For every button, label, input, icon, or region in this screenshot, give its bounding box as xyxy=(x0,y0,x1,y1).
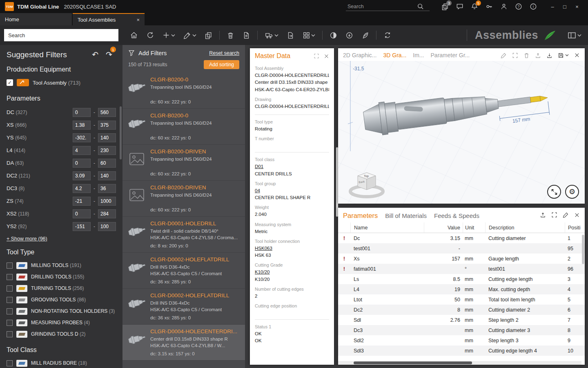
filter-checklist-row[interactable]: DRILLING TOOLS (155) xyxy=(7,271,116,283)
global-search-input[interactable] xyxy=(347,4,417,9)
parameter-table-row[interactable]: Ls8.5mmCutting edge length3 xyxy=(338,274,585,284)
machine-transfer-icon[interactable] xyxy=(261,29,283,42)
parameter-min-input[interactable] xyxy=(73,184,91,193)
parameter-table-row[interactable]: Sdl3mmCutting edge length 410 xyxy=(338,346,585,356)
add-filters-label[interactable]: Add Filters xyxy=(138,50,167,56)
checkbox-unchecked[interactable] xyxy=(7,274,13,280)
result-list-item[interactable]: CLGR-B0200-0Trepanning tool INS D60/D24d… xyxy=(122,109,245,145)
delete-graphic-icon[interactable] xyxy=(523,52,530,58)
parameter-table-row[interactable]: !Dc3.15mmCutting diameter1 xyxy=(338,233,585,243)
tab-bill-of-materials[interactable]: Bill of Materials xyxy=(385,212,427,219)
result-title[interactable]: CLGR-B0200-0 xyxy=(150,112,240,119)
add-sorting-button[interactable]: Add sorting xyxy=(204,60,239,69)
sidebar-scrollbar[interactable] xyxy=(120,106,122,159)
redo-icon[interactable]: ↷ 1 xyxy=(102,50,116,59)
parameter-table-row[interactable]: !fatima001°test00196 xyxy=(338,264,585,274)
checkbox-unchecked[interactable] xyxy=(7,331,13,337)
tab-3d-gra[interactable]: 3D Gra... xyxy=(383,52,406,58)
position-column-header[interactable]: Positi xyxy=(565,222,585,233)
info-icon[interactable]: i xyxy=(526,3,541,10)
result-title[interactable]: CLGR-B0200-DRIVEN xyxy=(150,148,240,155)
close-panel-icon[interactable] xyxy=(324,54,329,59)
tab-2d-graphic[interactable]: 2D Graphic... xyxy=(343,52,376,58)
scene-settings-button[interactable]: ⚙ xyxy=(565,185,579,199)
parameter-min-input[interactable] xyxy=(73,146,91,155)
parameter-min-input[interactable] xyxy=(73,108,91,117)
result-title[interactable]: CLGR-B0200-0 xyxy=(150,76,240,83)
duplicate-icon[interactable] xyxy=(200,29,216,42)
maximize-button[interactable]: □ xyxy=(559,4,571,10)
result-title[interactable]: CLGR-D0004-HOLECENTERDRI... xyxy=(150,328,240,334)
apps-grid-icon[interactable] xyxy=(298,29,319,42)
filter-checklist-row[interactable]: MILL RADIUS BORE (18) xyxy=(7,357,116,368)
undo-icon[interactable]: ↶ xyxy=(88,50,102,59)
save-graphic-icon[interactable] xyxy=(558,52,569,58)
quill-icon[interactable] xyxy=(357,29,373,42)
filter-search-box[interactable] xyxy=(4,29,118,41)
parameter-table-row[interactable]: test001-95 xyxy=(338,243,585,254)
user-icon[interactable] xyxy=(497,3,511,10)
tab-im[interactable]: Im... xyxy=(413,52,424,58)
tab-parameter-gr[interactable]: Parameter Gr... xyxy=(431,52,470,58)
parameter-max-input[interactable] xyxy=(98,184,116,193)
checkbox-unchecked[interactable] xyxy=(7,308,13,314)
value-column-header[interactable]: Value xyxy=(424,222,463,233)
parameter-max-input[interactable] xyxy=(98,108,116,117)
filter-checklist-row[interactable]: NON-ROTATING TOOL HOLDERS (3) xyxy=(7,305,116,317)
parameter-table-row[interactable]: !Xs157mmGauge length2 xyxy=(338,254,585,264)
parameter-max-input[interactable] xyxy=(98,222,116,231)
field-link[interactable]: D01 xyxy=(255,163,329,170)
parameter-max-input[interactable] xyxy=(98,159,116,168)
parameter-table-row[interactable]: Sdl2.76mmStep length 27 xyxy=(338,315,585,325)
parameter-min-input[interactable] xyxy=(73,197,91,206)
home-icon[interactable] xyxy=(126,29,142,42)
parameter-max-input[interactable] xyxy=(98,197,116,206)
parameter-min-input[interactable] xyxy=(73,121,91,130)
parameter-max-input[interactable] xyxy=(98,133,116,142)
result-list-item[interactable]: CLGR-B0200-0Trepanning tool INS D60/D24d… xyxy=(122,73,245,109)
close-details-icon[interactable] xyxy=(574,212,580,218)
export-icon[interactable] xyxy=(540,212,546,218)
document-icon[interactable] xyxy=(238,29,254,42)
unit-column-header[interactable]: Unit xyxy=(463,222,485,233)
help-icon[interactable]: ? xyxy=(511,3,526,10)
result-list-item[interactable]: CLGR-D0001-HOLEDRILLTwist drill - solid … xyxy=(122,217,245,253)
tab-feeds-speeds[interactable]: Feeds & Speeds xyxy=(434,212,479,219)
filter-checklist-row[interactable]: GRINDING TOOLS D (2) xyxy=(7,328,116,340)
result-title[interactable]: CLGR-D0002-HOLEFLATDRILL xyxy=(150,292,240,298)
show-more-link[interactable]: + Show more (96) xyxy=(7,236,47,242)
result-list-item[interactable]: CLGR-D0004-HOLECENTERDRI...Center drill … xyxy=(122,325,245,361)
field-link[interactable]: K10/20 xyxy=(255,269,329,276)
filter-checklist-row[interactable]: TURNING TOOLS (256) xyxy=(7,283,116,294)
parameter-min-input[interactable] xyxy=(73,133,91,142)
parameter-table-row[interactable]: Ltot50mmTotal tool item length5 xyxy=(338,294,585,305)
delete-icon[interactable] xyxy=(223,29,238,42)
key-icon[interactable] xyxy=(482,3,497,10)
minimize-button[interactable]: – xyxy=(546,4,559,10)
contrast-icon[interactable] xyxy=(325,29,341,42)
tab-close-icon[interactable]: × xyxy=(136,17,140,23)
download-circle-icon[interactable] xyxy=(341,29,357,42)
edit-details-icon[interactable] xyxy=(563,212,569,218)
notifications-bell-icon[interactable]: 5 xyxy=(467,3,482,10)
checkbox-unchecked[interactable] xyxy=(7,360,13,366)
parameter-min-input[interactable] xyxy=(73,159,91,168)
result-title[interactable]: CLGR-D0002-HOLEFLATDRILL xyxy=(150,256,240,263)
parameter-min-input[interactable] xyxy=(73,209,91,218)
tool-assembly-filter[interactable]: ✓ Tool Assembly (713) xyxy=(7,77,116,88)
checkbox-checked-icon[interactable]: ✓ xyxy=(7,79,13,86)
parameter-min-input[interactable] xyxy=(73,171,91,180)
checkbox-unchecked[interactable] xyxy=(7,285,13,292)
layout-switch-icon[interactable] xyxy=(568,31,584,39)
name-column-header[interactable]: Name xyxy=(350,222,424,233)
refresh-icon[interactable] xyxy=(142,29,158,42)
clipboard-icon[interactable]: 3 xyxy=(438,3,452,10)
download-graphic-icon[interactable] xyxy=(546,52,552,58)
reset-search-link[interactable]: Reset search xyxy=(209,50,239,56)
expand-panel-icon[interactable] xyxy=(314,53,319,59)
parameter-min-input[interactable] xyxy=(73,222,91,231)
tab-tool-assemblies[interactable]: Tool Assemblies × xyxy=(73,13,145,25)
filter-checklist-row[interactable]: MILLING TOOLS (191) xyxy=(7,260,116,271)
3d-scene[interactable]: 157 mm -31.5 Top Back ⚙ xyxy=(338,61,585,204)
fit-view-button[interactable] xyxy=(547,185,561,199)
